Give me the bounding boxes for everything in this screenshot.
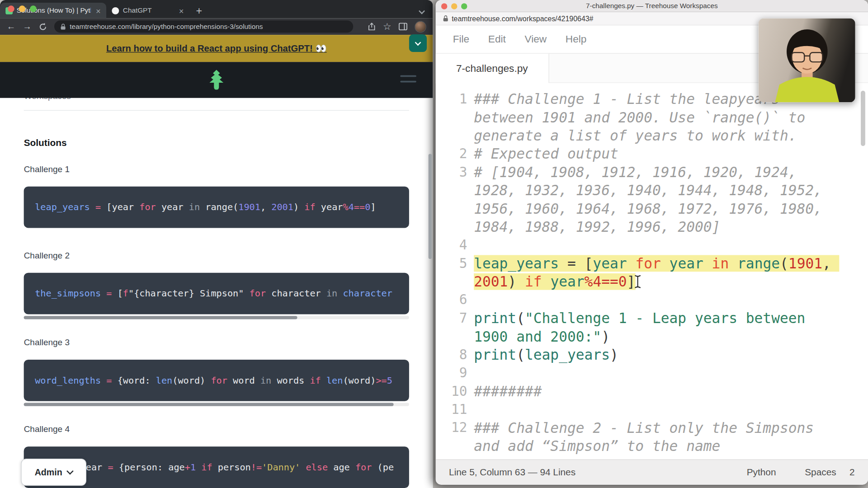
- line-number: 9: [443, 364, 467, 382]
- code-snippet-line: word_lengths = {word: len(word) for word…: [24, 375, 392, 385]
- desktop: Solutions (How To) | Python Co × ChatGPT…: [0, 0, 868, 488]
- editor-lines: 1### Challenge 1 - List the leapyears be…: [443, 90, 868, 455]
- address-bar[interactable]: teamtreehouse.com/library/python-compreh…: [54, 20, 353, 33]
- line-number: 10: [443, 382, 467, 400]
- cursor-position: Line 5, Column 63 — 94 Lines: [449, 467, 576, 478]
- indent-mode[interactable]: Spaces: [805, 467, 836, 478]
- line-number: 4: [443, 236, 467, 254]
- code-line[interactable]: print("Challenge 1 - Leap years between …: [467, 309, 832, 346]
- editor-line[interactable]: 12### Challenge 2 - List only the Simpso…: [443, 419, 868, 455]
- banner-collapse-button[interactable]: [409, 34, 427, 52]
- editor-scrollbar[interactable]: [861, 91, 865, 146]
- profile-avatar[interactable]: [415, 21, 426, 33]
- webcam-overlay[interactable]: [759, 18, 855, 102]
- promo-banner-link[interactable]: Learn how to build a React app using Cha…: [106, 43, 327, 54]
- lock-icon: [443, 15, 448, 22]
- scrollbar-thumb[interactable]: [24, 316, 297, 319]
- bookmark-star-icon[interactable]: ☆: [383, 22, 392, 31]
- editor-line[interactable]: 10########: [443, 382, 868, 400]
- lock-icon: [60, 23, 66, 30]
- code-line[interactable]: [467, 401, 832, 419]
- promo-banner: Learn how to build a React app using Cha…: [0, 35, 433, 62]
- challenge-label: Challenge 2: [24, 251, 409, 261]
- menu-view[interactable]: View: [524, 33, 547, 45]
- close-window-button[interactable]: [8, 5, 14, 12]
- admin-menu-button[interactable]: Admin: [21, 459, 86, 486]
- menu-help[interactable]: Help: [566, 33, 587, 45]
- tab-strip: Solutions (How To) | Python Co × ChatGPT…: [0, 0, 433, 18]
- window-title: 7-challenges.py — Treehouse Workspaces: [586, 2, 718, 9]
- challenges-list: Challenge 1leap_years = [year for year i…: [0, 164, 433, 488]
- line-number: 11: [443, 401, 467, 419]
- page-title: Solutions: [24, 138, 409, 149]
- divider: [24, 110, 409, 111]
- code-line[interactable]: # Expected output: [467, 145, 832, 163]
- code-snippet-block: leap_years = [year for year in range(190…: [24, 187, 409, 228]
- menu-edit[interactable]: Edit: [488, 33, 506, 45]
- challenge-label: Challenge 3: [24, 338, 409, 347]
- url-text: teamtreehouse.com/workspaces/42190643#: [452, 14, 593, 23]
- site-header: [0, 62, 433, 98]
- close-tab-icon[interactable]: ×: [178, 6, 185, 14]
- line-number: 12: [443, 419, 467, 437]
- indent-size[interactable]: 2: [849, 467, 855, 478]
- status-bar: Line 5, Column 63 — 94 Lines Python Spac…: [436, 459, 868, 484]
- share-icon[interactable]: [368, 22, 376, 31]
- challenge-label: Challenge 4: [24, 424, 409, 434]
- close-tab-icon[interactable]: ×: [95, 6, 102, 14]
- code-line[interactable]: leap_years = [year for year in range(190…: [467, 254, 832, 291]
- horizontal-scrollbar[interactable]: [24, 403, 409, 406]
- language-mode[interactable]: Python: [747, 467, 776, 478]
- code-line[interactable]: # [1904, 1908, 1912, 1916, 1920, 1924, 1…: [467, 163, 832, 236]
- code-snippet-line: leap_years = [year for year in range(190…: [24, 202, 376, 212]
- browser-window: Solutions (How To) | Python Co × ChatGPT…: [0, 0, 433, 488]
- zoom-window-button[interactable]: [461, 3, 467, 9]
- code-line[interactable]: ### Challenge 2 - List only the Simpsons…: [467, 419, 832, 455]
- side-panel-icon[interactable]: [399, 23, 408, 30]
- forward-button[interactable]: →: [23, 22, 32, 31]
- menu-file[interactable]: File: [453, 33, 470, 45]
- code-line[interactable]: [467, 236, 832, 254]
- editor-line[interactable]: 5leap_years = [year for year in range(19…: [443, 254, 868, 291]
- zoom-window-button[interactable]: [30, 5, 37, 12]
- code-snippet-block: word_lengths = {word: len(word) for word…: [24, 360, 409, 401]
- browser-tab-chatgpt[interactable]: ChatGPT ×: [106, 3, 189, 18]
- code-line[interactable]: [467, 364, 832, 382]
- code-line[interactable]: [467, 291, 832, 309]
- horizontal-scrollbar[interactable]: [24, 316, 409, 319]
- treehouse-logo-icon[interactable]: [207, 69, 226, 91]
- minimize-window-button[interactable]: [19, 5, 26, 12]
- file-tab[interactable]: 7-challenges.py: [436, 54, 549, 84]
- file-tab-label: 7-challenges.py: [456, 62, 528, 75]
- traffic-lights: [8, 5, 37, 12]
- editor-line[interactable]: 8print(leap_years): [443, 346, 868, 364]
- tab-search-chevron-icon[interactable]: [420, 5, 424, 15]
- close-window-button[interactable]: [441, 3, 447, 9]
- editor-line[interactable]: 6: [443, 291, 868, 309]
- new-tab-button[interactable]: +: [196, 5, 202, 16]
- admin-label: Admin: [35, 467, 62, 477]
- minimize-window-button[interactable]: [451, 3, 457, 9]
- webcam-video: [759, 18, 855, 102]
- code-line[interactable]: ########: [467, 382, 832, 400]
- code-line[interactable]: print(leap_years): [467, 346, 832, 364]
- hamburger-menu-icon[interactable]: [400, 75, 416, 83]
- vertical-scrollbar[interactable]: [429, 154, 432, 259]
- editor-line[interactable]: 3# [1904, 1908, 1912, 1916, 1920, 1924, …: [443, 163, 868, 236]
- url-text: teamtreehouse.com/library/python-compreh…: [70, 23, 263, 30]
- editor-line[interactable]: 11: [443, 401, 868, 419]
- line-number: 2: [443, 145, 467, 163]
- editor-line[interactable]: 2# Expected output: [443, 145, 868, 163]
- editor-line[interactable]: 4: [443, 236, 868, 254]
- editor-line[interactable]: 7print("Challenge 1 - Leap years between…: [443, 309, 868, 346]
- scrollbar-thumb[interactable]: [24, 403, 394, 406]
- back-button[interactable]: ←: [7, 22, 16, 31]
- page-content: Workspaces Solutions Challenge 1leap_yea…: [0, 91, 433, 488]
- line-number: 1: [443, 90, 467, 108]
- code-editor[interactable]: 1### Challenge 1 - List the leapyears be…: [436, 83, 868, 460]
- code-snippet-line: the_simpsons = [f"{character} Simpson" f…: [24, 288, 392, 299]
- chevron-down-icon: [67, 468, 74, 475]
- editor-line[interactable]: 9: [443, 364, 868, 382]
- selection-highlight: leap_years = [year for year in range(190…: [474, 255, 840, 290]
- reload-button[interactable]: [39, 23, 47, 31]
